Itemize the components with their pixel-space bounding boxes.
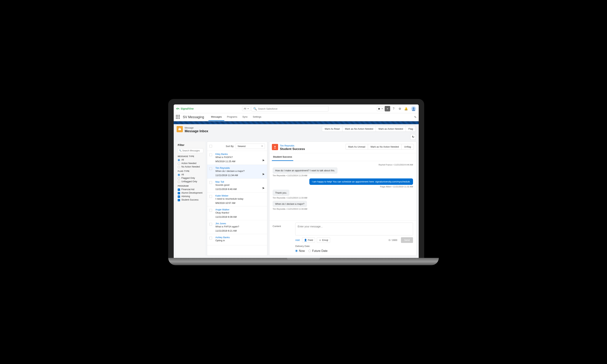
message-checkbox[interactable] <box>209 195 212 198</box>
program-checkbox[interactable]: Advising <box>178 195 203 198</box>
message-preview: Okay thanks! <box>215 211 264 214</box>
notifications-button[interactable]: 🔔 <box>403 106 409 111</box>
filter-option[interactable]: All <box>178 173 203 176</box>
message-list-item[interactable]: Angie WalkerOkay thanks!11/21/2019 8:39 … <box>207 206 267 220</box>
content-label: Content <box>273 223 293 228</box>
search-scope-select[interactable]: All▼ <box>242 106 250 111</box>
message-timestamp: 11/21/2019 8:40 AM <box>215 188 264 191</box>
question-icon: ? <box>393 107 395 110</box>
send-button[interactable]: Send <box>401 237 413 243</box>
nav-tab-sync[interactable]: Sync <box>240 113 250 121</box>
conversation-tab[interactable]: Student Success <box>272 153 293 161</box>
program-checkbox[interactable]: Alumni Development <box>178 192 203 194</box>
action-mark-as-no-action-needed[interactable]: Mark as No Action Needed <box>342 126 376 132</box>
radio-icon <box>178 166 180 168</box>
message-list-item[interactable]: Jim JonesWhat is FAFSA again?11/21/2019 … <box>207 220 267 234</box>
program-checkbox[interactable]: Student Success <box>178 198 203 201</box>
message-list-item[interactable]: Mac TollSounds good11/21/2019 8:40 AM⚑ <box>207 179 267 193</box>
setup-button[interactable]: ⚙ <box>397 106 403 111</box>
char-counter: 0 / 1600 <box>389 239 397 241</box>
message-sender: Katie Weber <box>215 194 264 197</box>
flag-icon[interactable]: ⚑ <box>262 159 264 162</box>
message-input[interactable] <box>295 223 413 235</box>
bell-icon: 🔔 <box>404 107 408 110</box>
message-checkbox[interactable] <box>209 223 212 226</box>
help-button[interactable]: ? <box>391 106 396 111</box>
message-sender: Angie Walker <box>215 208 264 211</box>
chevron-down-icon: ▼ <box>261 145 263 147</box>
delivery-date-label: Delivery Date: <box>295 245 413 247</box>
add-emoji-button[interactable]: ☺Emoji <box>317 237 330 243</box>
message-checkbox[interactable] <box>209 181 212 184</box>
filter-option[interactable]: Action Needed <box>178 162 203 165</box>
app-nav: SV Messaging MessagesProgramsSyncSetting… <box>174 113 419 121</box>
detail-action-mark-as-unread[interactable]: Mark As Unread <box>345 144 368 150</box>
user-avatar[interactable] <box>411 106 416 112</box>
filter-search-input[interactable] <box>182 149 202 152</box>
message-meta: Tim Reynolds • 11/21/2019 11:33 AM <box>273 197 413 199</box>
filter-option[interactable]: Flagged Only <box>178 177 203 180</box>
filter-option[interactable]: No Action Needed <box>178 166 203 168</box>
action-flag[interactable]: Flag <box>406 126 416 132</box>
add-button[interactable]: ＋ <box>385 106 390 111</box>
chevron-down-icon: ▼ <box>247 108 249 110</box>
flag-icon[interactable]: ⚑ <box>262 173 264 176</box>
filter-title: Filter <box>178 143 203 146</box>
filter-search[interactable]: 🔍 <box>178 148 203 153</box>
message-type-label: MESSAGE TYPE <box>178 155 203 157</box>
app-launcher-icon[interactable] <box>176 115 180 119</box>
message-list-item[interactable]: Kiley BanksWhat is FASFA?9/5/2019 11:25 … <box>207 151 267 165</box>
delivery-option[interactable]: Now <box>295 249 305 253</box>
message-bubble-row: Thank you.Tim Reynolds • 11/21/2019 11:3… <box>273 190 413 199</box>
detail-action-mark-as-no-action-needed[interactable]: Mark as No Action Needed <box>368 144 402 150</box>
detail-action-unflag[interactable]: Unflag <box>401 144 414 150</box>
global-search[interactable]: 🔍 <box>252 106 328 112</box>
delivery-option[interactable]: Future Date <box>308 249 328 253</box>
flag-type-label: FLAG TYPE <box>178 170 203 172</box>
gear-icon: ⚙ <box>399 107 401 110</box>
message-bubble-row: How do I make an appointment? I want to … <box>273 167 413 177</box>
nav-tab-settings[interactable]: Settings <box>250 113 264 121</box>
refresh-button[interactable]: ↻ <box>410 134 416 140</box>
filter-option[interactable]: All <box>178 158 203 161</box>
message-timestamp: 9/9/2019 10:57 AM <box>215 202 264 204</box>
message-checkbox[interactable] <box>209 167 212 170</box>
message-bubble: Thank you. <box>273 190 290 196</box>
add-label: Add: <box>295 239 300 241</box>
message-timestamp: 11/21/2019 8:39 AM <box>215 216 264 218</box>
page-type-label: Message <box>185 127 194 129</box>
checkbox-icon <box>178 188 180 191</box>
message-list-item[interactable]: Ashley BanksOpting in <box>207 234 267 245</box>
program-checkbox[interactable]: Financial Aid <box>178 188 203 191</box>
nav-tab-programs[interactable]: Programs <box>224 113 240 121</box>
message-sender: Ashley Banks <box>215 236 264 239</box>
message-checkbox[interactable] <box>209 209 212 212</box>
nav-tab-messages[interactable]: Messages <box>208 113 224 121</box>
message-meta: Tim Reynolds • 11/21/2019 11:29 AM <box>273 174 413 177</box>
contact-name[interactable]: Tim Reynolds <box>280 144 294 147</box>
decorative-ribbon <box>174 121 419 124</box>
brand-name: SignalVine <box>181 107 194 110</box>
sort-select[interactable]: Newest ▼ <box>236 143 265 149</box>
filter-option[interactable]: Unflagged Only <box>178 180 203 183</box>
message-preview: When do I declare a major? <box>215 170 264 172</box>
message-list-item[interactable]: Tim ReynoldsWhen do I declare a major?11… <box>207 165 267 179</box>
search-input[interactable] <box>258 107 327 110</box>
action-mark-as-action-needed[interactable]: Mark as Action Needed <box>376 126 406 132</box>
add-field-button[interactable]: 👤Field <box>302 237 315 243</box>
message-checkbox[interactable] <box>209 237 212 239</box>
message-checkbox[interactable] <box>209 153 212 156</box>
message-list-item[interactable]: Katie WeberI need to reschedule today9/9… <box>207 193 267 206</box>
message-bubble: I am happy to help! You can schedule an … <box>309 178 413 185</box>
flag-icon[interactable]: ⚑ <box>262 187 264 190</box>
edit-nav-button[interactable]: ✎ <box>414 116 416 119</box>
checkbox-icon <box>178 192 180 194</box>
select-all-checkbox[interactable] <box>209 145 212 148</box>
search-icon: 🔍 <box>179 149 181 152</box>
radio-icon <box>178 174 180 176</box>
favorites-button[interactable]: ★▼ <box>377 106 384 111</box>
action-mark-as-read[interactable]: Mark As Read <box>322 126 343 132</box>
message-timestamp: 9/5/2019 11:25 AM <box>215 160 264 163</box>
message-preview: What is FASFA? <box>215 156 264 158</box>
brand-logo: SignalVine <box>176 107 194 110</box>
